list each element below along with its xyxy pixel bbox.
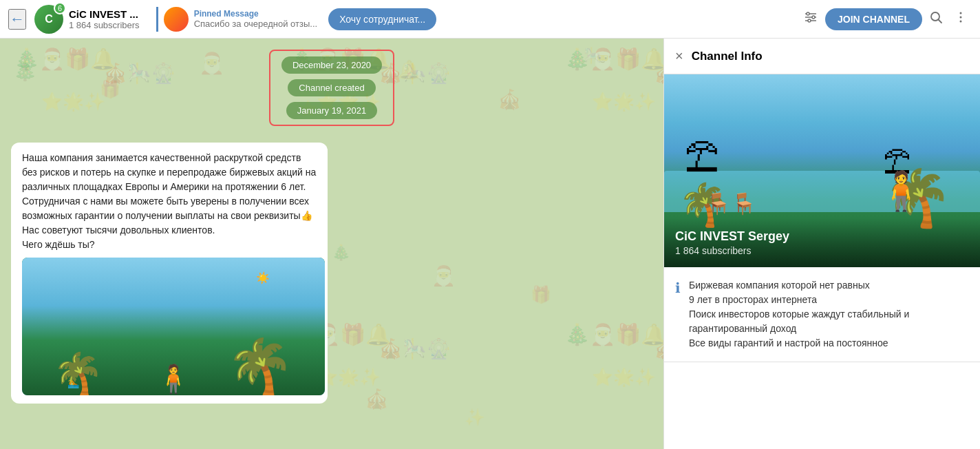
filter-icon (803, 10, 818, 25)
panel-image: ⛱ ⛱ 🌴 🌴 🧍 🪑🪑 CiC INVEST Sergey 1 864 sub… (664, 74, 980, 267)
svg-point-9 (960, 17, 962, 19)
pinned-avatar (164, 7, 189, 32)
date-pill-2: January 19, 2021 (286, 102, 377, 119)
desc-line-3: Поиск инвесторов которые жаждут стабильн… (689, 307, 969, 336)
avatar-container: C 6 (34, 5, 63, 34)
more-icon (954, 10, 968, 24)
panel-person: 🧍 (877, 169, 925, 213)
channel-name: CiC INVEST ... (69, 8, 140, 20)
date-highlight-container: December 23, 2020 Channel created Januar… (269, 50, 394, 126)
panel-close-button[interactable]: × (675, 48, 683, 64)
svg-line-7 (939, 20, 942, 23)
join-channel-button[interactable]: JOIN CHANNEL (825, 8, 922, 30)
back-button[interactable]: ← (8, 9, 26, 30)
image-person: 🧍 (156, 363, 191, 395)
desc-line-4: Все виды гарантий и настрой на постоянно… (689, 336, 969, 351)
desc-line-1: Биржевая компания которой нет равных (689, 278, 969, 293)
panel-overlay: CiC INVEST Sergey 1 864 subscribers (664, 218, 980, 267)
image-palm-left: 🌴 (52, 354, 104, 395)
search-icon (929, 10, 943, 24)
channel-info-header[interactable]: CiC INVEST ... 1 864 subscribers (69, 8, 140, 30)
image-pool: 🏊 (67, 377, 79, 388)
header-actions: JOIN CHANNEL (799, 6, 972, 32)
panel-chairs: 🪑🪑 (705, 191, 756, 216)
more-button[interactable] (950, 6, 972, 32)
channel-subscribers: 1 864 subscribers (69, 20, 140, 30)
pinned-preview: Спасибо за очередной отзы... (194, 19, 318, 29)
filter-button[interactable] (799, 6, 822, 32)
message-image: 🌴 🌴 🧍 🏊 ☀️ (22, 258, 325, 395)
svg-point-5 (808, 19, 811, 22)
panel-description: ℹ Биржевая компания которой нет равных 9… (664, 267, 980, 362)
description-text: Биржевая компания которой нет равных 9 л… (689, 278, 969, 351)
image-sun: ☀️ (256, 271, 270, 284)
search-button[interactable] (925, 6, 947, 32)
channel-created-pill: Channel created (288, 79, 375, 96)
panel-channel-subscribers: 1 864 subscribers (675, 245, 969, 256)
svg-point-4 (812, 16, 815, 19)
chat-area[interactable]: 🎄 🎁 🎅 ⭐ 🔔 🎪 🎠 🌟 ✨ 🎡 🎄 🎅 🎁 🌟 ⭐ 🔔 🎪 ✨ Dece… (0, 39, 663, 449)
app-header: ← C 6 CiC INVEST ... 1 864 subscribers P… (0, 0, 980, 39)
pinned-text: Pinned Message Спасибо за очередной отзы… (194, 9, 318, 29)
image-palm-right: 🌴 (226, 340, 295, 395)
message-bubble: Наша компания занимается качественной ра… (11, 143, 328, 404)
chat-content: December 23, 2020 Channel created Januar… (11, 50, 652, 404)
main-layout: 🎄 🎁 🎅 ⭐ 🔔 🎪 🎠 🌟 ✨ 🎡 🎄 🎅 🎁 🌟 ⭐ 🔔 🎪 ✨ Dece… (0, 39, 980, 449)
panel-umbrella1: ⛱ (685, 138, 719, 178)
collaborate-button[interactable]: Хочу сотрудничат... (328, 8, 436, 30)
panel-title: Channel Info (692, 50, 763, 63)
pinned-message[interactable]: Pinned Message Спасибо за очередной отзы… (156, 7, 318, 32)
svg-point-10 (960, 21, 962, 23)
pinned-label: Pinned Message (194, 9, 318, 19)
desc-line-2: 9 лет в просторах интернета (689, 293, 969, 307)
panel-channel-name: CiC INVEST Sergey (675, 229, 969, 244)
panel-header: × Channel Info (664, 39, 980, 74)
info-icon: ℹ (675, 280, 681, 296)
svg-point-3 (807, 12, 809, 15)
date-pill-1: December 23, 2020 (281, 56, 382, 74)
notification-badge: 6 (54, 2, 66, 14)
header-left: ← C 6 CiC INVEST ... 1 864 subscribers P… (8, 5, 799, 34)
message-text: Наша компания занимается качественной ра… (22, 151, 317, 252)
svg-point-8 (960, 12, 962, 14)
right-panel: × Channel Info ⛱ ⛱ 🌴 🌴 🧍 🪑🪑 CiC INVEST S… (663, 39, 980, 449)
